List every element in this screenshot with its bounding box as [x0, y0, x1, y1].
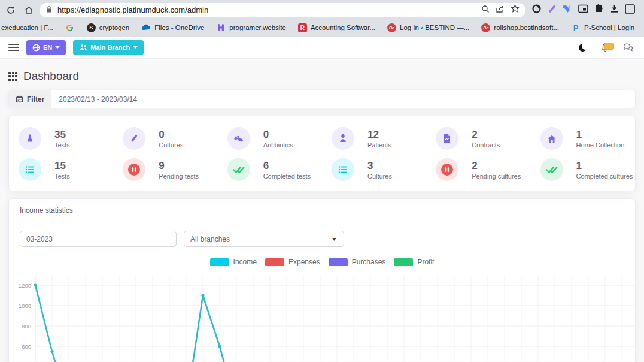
test-tube-icon [123, 127, 145, 150]
chevron-down-icon [133, 46, 138, 49]
chevron-down-icon: ▼ [331, 236, 338, 242]
stat-completed-tests: 6Completed tests [218, 158, 322, 181]
browser-window: https://ediagnostic.platinumduck.com/adm… [0, 0, 644, 362]
pause-circle-icon [436, 158, 458, 181]
bookmark-google[interactable] [60, 22, 80, 34]
stat-patients: 12Patients [322, 127, 426, 150]
bookmark-cryptogen[interactable]: S cryptogen [82, 22, 135, 34]
stats-card: 35Tests 0Cultures 0Antibiotics [8, 116, 636, 191]
lock-icon [45, 5, 53, 16]
bookmark-rollshop[interactable]: Be rollshop.bestindsoft... [476, 22, 564, 34]
zoom-icon[interactable] [481, 5, 490, 16]
legend-income[interactable]: Income [210, 258, 257, 266]
notification-badge [604, 43, 614, 50]
moon-icon [579, 44, 587, 52]
stat-cultures-total: 3Cultures [322, 158, 426, 181]
svg-text:800: 800 [22, 323, 31, 330]
legend-purchases[interactable]: Purchases [329, 258, 386, 266]
bookmark-exeducation[interactable]: exeducation | F... [0, 23, 58, 32]
be-badge-icon: Be [481, 23, 490, 32]
bookmark-bestind-login[interactable]: Be Log In ‹ BESTIND —... [382, 22, 474, 34]
dark-mode-toggle[interactable] [575, 41, 590, 54]
expenses-swatch [265, 258, 284, 266]
page-title: Dashboard [23, 70, 79, 83]
home-icon[interactable] [22, 3, 36, 17]
stats-row-2: 15Tests 9Pending tests 6Completed tests [9, 158, 635, 181]
double-check-icon [540, 158, 563, 181]
stat-contracts: 2Contracts [426, 127, 530, 150]
downloads-icon[interactable] [609, 4, 619, 16]
legend-profit[interactable]: Profit [394, 258, 434, 266]
chat-button[interactable] [620, 41, 636, 54]
stat-antibiotics: 0Antibiotics [218, 127, 322, 150]
side-panel-icon[interactable] [625, 4, 635, 16]
branch-button[interactable]: Main Branch [73, 40, 144, 55]
income-statistics-title: Income statistics [9, 206, 635, 222]
bookmark-star-icon[interactable] [511, 4, 520, 16]
globe-icon [32, 44, 40, 52]
dashboard-grid-icon [8, 72, 17, 81]
page-title-row: Dashboard [8, 64, 636, 90]
users-icon [79, 44, 87, 51]
red-r-icon: R [298, 23, 307, 32]
menu-hamburger-icon[interactable] [8, 44, 19, 51]
media-control-icon[interactable] [578, 4, 588, 16]
be-badge-icon: Be [387, 23, 396, 32]
loop-extension-icon[interactable] [531, 4, 542, 16]
income-swatch [210, 258, 229, 266]
bookmark-p-school[interactable]: P P-School | Login [566, 22, 639, 34]
legend-expenses[interactable]: Expenses [265, 258, 320, 266]
filter-label-group: Filter [9, 90, 51, 108]
google-g-icon [65, 23, 75, 32]
double-check-icon [227, 158, 250, 181]
bookmark-programer-website[interactable]: programer.website [211, 22, 291, 34]
stat-completed-cultures: 1Completed cultures [531, 158, 635, 181]
bookmark-accounting-software[interactable]: R Accounting Softwar... [293, 22, 380, 34]
flask-icon [19, 127, 41, 150]
branch-select[interactable]: All branches ▼ [184, 231, 344, 247]
date-range-input[interactable] [51, 90, 635, 108]
home-icon [540, 127, 563, 150]
pen-extension-icon[interactable] [547, 4, 557, 16]
month-input[interactable] [20, 231, 177, 247]
url-text: https://ediagnostic.platinumduck.com/adm… [57, 5, 476, 14]
share-icon[interactable] [496, 5, 505, 16]
income-statistics-card: Income statistics All branches ▼ Income … [8, 198, 636, 362]
app-header: EN Main Branch [0, 37, 644, 59]
browser-toolbar: https://ediagnostic.platinumduck.com/adm… [0, 0, 644, 20]
bookmark-onedrive[interactable]: Files - OneDrive [136, 22, 209, 34]
svg-text:600: 600 [22, 343, 31, 350]
stat-home-collection: 1Home Collection [531, 127, 635, 150]
sparkle-extension-icon[interactable] [563, 4, 573, 16]
stat-tests-total: 15Tests [9, 158, 113, 181]
p-logo-icon: P [571, 23, 581, 32]
profit-swatch [394, 258, 413, 266]
dark-globe-icon: S [87, 23, 96, 32]
stat-tests: 35Tests [9, 127, 113, 150]
notifications-button[interactable] [597, 41, 613, 54]
chevron-down-icon [55, 46, 60, 49]
list-icon [332, 158, 354, 181]
language-button[interactable]: EN [26, 40, 66, 55]
chart-legend: Income Expenses Purchases Profit [9, 253, 635, 270]
income-chart: 12001000800600400 [9, 270, 635, 362]
stats-row-1: 35Tests 0Cultures 0Antibiotics [9, 127, 635, 150]
contract-file-icon [436, 127, 458, 150]
list-icon [19, 158, 41, 181]
calendar-icon [16, 95, 23, 103]
chat-bubbles-icon [623, 43, 633, 52]
dashboard-page: Dashboard Filter 35Tests [0, 59, 644, 362]
stat-pending-cultures: 2Pending cultures [426, 158, 530, 181]
patient-icon [332, 127, 354, 150]
purple-site-icon [216, 23, 226, 32]
stat-cultures: 0Cultures [113, 127, 217, 150]
extensions-puzzle-icon[interactable] [594, 4, 604, 16]
svg-text:1000: 1000 [19, 303, 31, 309]
stat-pending-tests: 9Pending tests [113, 158, 217, 181]
onedrive-cloud-icon [141, 23, 151, 32]
svg-text:1200: 1200 [19, 282, 31, 289]
filter-card: Filter [8, 90, 636, 108]
purchases-swatch [329, 258, 348, 266]
reload-icon[interactable] [4, 3, 18, 17]
address-bar[interactable]: https://ediagnostic.platinumduck.com/adm… [40, 3, 525, 17]
